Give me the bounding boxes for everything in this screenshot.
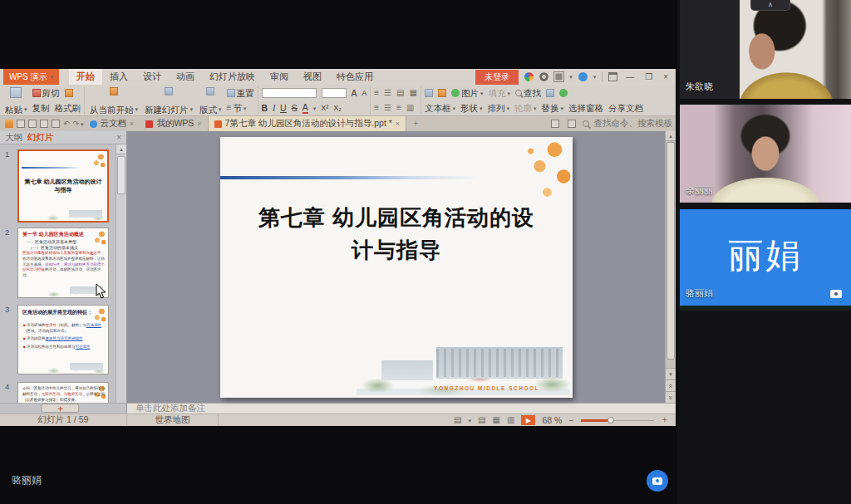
font-size-combobox[interactable] [322, 88, 347, 98]
close-icon[interactable]: × [197, 120, 201, 128]
slideshow-play-button[interactable]: ▶ [521, 415, 535, 425]
tools-icon[interactable] [568, 120, 576, 128]
tab-insert[interactable]: 插入 [102, 69, 135, 85]
font-name-combobox[interactable] [262, 88, 317, 98]
layout-button[interactable]: 版式▾ [198, 86, 224, 115]
command-search[interactable]: 查找命令、搜索模板 [594, 118, 673, 130]
numbering-icon[interactable]: ☰ [384, 89, 391, 97]
scrollbar-thumb[interactable] [117, 156, 125, 194]
participant-tile-3[interactable]: 丽娟 骆丽娟 [680, 209, 851, 306]
fill-button[interactable]: 填充▾ [488, 89, 510, 98]
new-slide-button[interactable]: 新建幻灯片▾ [143, 86, 194, 115]
participant-tile-2[interactable]: 余丽丽 [680, 105, 851, 203]
restore-button[interactable]: ❐ [642, 72, 655, 81]
previous-slide-button[interactable]: « [666, 379, 676, 391]
zoom-slider-thumb[interactable] [608, 417, 614, 423]
minimize-button[interactable]: — [623, 72, 637, 81]
scrollbar-thumb[interactable] [667, 142, 675, 360]
replace-button[interactable]: 替换▾ [542, 104, 564, 113]
scroll-up-icon[interactable]: ▲ [116, 144, 126, 154]
from-current-button[interactable]: 从当前开始▾ [88, 86, 140, 115]
align-left-icon[interactable]: ≡ [374, 104, 379, 112]
arrange-button[interactable]: 排列▾ [488, 104, 510, 113]
participant-tile-1[interactable]: ∧ 朱欲晓 [680, 0, 851, 99]
close-icon[interactable]: × [396, 120, 400, 128]
align-right-icon[interactable]: ≡ [396, 104, 401, 112]
textbox-button[interactable]: 文本框▾ [425, 104, 455, 113]
reading-view-icon[interactable]: ▥ [507, 416, 514, 424]
notes-input[interactable]: 单击此处添加备注 [127, 404, 676, 413]
tab-outline[interactable]: 大纲 [5, 132, 22, 144]
scroll-up-icon[interactable]: ▲ [666, 131, 676, 141]
slide-thumbnail-1[interactable]: 第七章 幼儿园区角活动的设计与指导 [17, 149, 109, 223]
align-center-icon[interactable]: ☰ [384, 104, 391, 112]
tab-home[interactable]: 开始 [69, 69, 102, 85]
font-color-button[interactable]: A [303, 102, 308, 114]
find-button[interactable]: 查找 [515, 89, 541, 98]
scroll-down-icon[interactable]: ▼ [666, 368, 676, 379]
apps-grid-icon[interactable] [554, 72, 563, 81]
doc-tab-mywps[interactable]: 我的WPS × [140, 116, 207, 131]
reset-button[interactable]: 重置 [227, 89, 254, 98]
paste-button[interactable]: 粘贴▾ [3, 86, 29, 115]
wps-account-icon[interactable] [524, 72, 534, 81]
increase-font-button[interactable]: A [352, 88, 357, 98]
redo-icon[interactable]: ↷ [73, 120, 80, 128]
format-painter-icon[interactable] [65, 89, 73, 97]
slide-thumbnail-3[interactable]: 区角活动的展开将呈现的特征： ■ 活动环境的有序性（时间、材料）与可选择性（区域… [17, 305, 109, 374]
cut-button[interactable]: 剪切 [32, 89, 60, 98]
new-tab-button[interactable]: ＋ [411, 118, 421, 130]
close-panel-icon[interactable]: × [116, 133, 121, 142]
zoom-slider[interactable] [581, 416, 654, 424]
zoom-out-button[interactable]: − [568, 415, 573, 425]
theme-name[interactable]: 世界地图 [127, 414, 219, 426]
tab-review[interactable]: 审阅 [263, 69, 296, 85]
slide-thumbnail-4[interactable]: 小结：区角活动中幼儿的学习，通过自己的操作与材料互动，与同伴互动、与教师互动，小… [17, 382, 109, 403]
close-button[interactable]: × [661, 72, 671, 81]
tab-slideshow[interactable]: 幻灯片放映 [202, 69, 263, 85]
superscript-button[interactable]: X² [321, 104, 328, 112]
output-icon[interactable] [28, 120, 37, 128]
tab-view[interactable]: 视图 [296, 69, 329, 85]
tab-slides[interactable]: 幻灯片 [27, 132, 54, 144]
select-pane-button[interactable]: 选择窗格 [568, 104, 603, 113]
shape-button[interactable]: 形状▾ [460, 104, 483, 113]
format-painter-button[interactable]: 格式刷 [55, 104, 81, 113]
help-icon[interactable] [578, 72, 588, 81]
indent-increase-icon[interactable]: ▦ [410, 89, 417, 97]
normal-view-icon[interactable]: ▤ [478, 416, 485, 424]
collapse-panel-button[interactable]: ∧ [750, 0, 790, 11]
next-slide-button[interactable]: » [666, 391, 676, 403]
tab-animation[interactable]: 动画 [169, 69, 202, 85]
strikethrough-button[interactable]: S [292, 103, 298, 113]
picture-button[interactable]: 图片▾ [451, 89, 484, 98]
current-slide[interactable]: 第七章 幼儿园区角活动的设 计与指导 YONGZHOU MIDDLE SCHOO… [220, 137, 573, 398]
slide-sorter-icon[interactable]: ▦ [493, 416, 500, 424]
notes-toggle-icon[interactable]: ▤ [454, 416, 461, 424]
bold-button[interactable]: B [262, 103, 268, 113]
gear-icon[interactable] [539, 72, 548, 81]
close-icon[interactable]: × [130, 120, 134, 128]
save-icon[interactable] [17, 120, 25, 128]
chat-bubble-button[interactable] [647, 470, 668, 492]
copy-button[interactable]: 复制 [32, 104, 50, 113]
bullets-icon[interactable]: ≡ [374, 89, 379, 97]
indent-decrease-icon[interactable]: ▤ [396, 89, 404, 97]
message-icon[interactable] [551, 120, 559, 128]
doc-tab-cloud[interactable]: 云文档 × [84, 116, 140, 131]
italic-button[interactable]: I [273, 103, 275, 113]
line-spacing-icon[interactable]: ▥ [406, 104, 414, 112]
sidebar-scrollbar[interactable]: ▲ [116, 144, 126, 403]
print-icon[interactable] [40, 120, 48, 128]
outline-button[interactable]: 轮廓▾ [514, 104, 537, 113]
doc-tab-presentation[interactable]: 7第七章 幼儿园区角活动的设计与指导.ppt * × [208, 116, 407, 131]
open-file-icon[interactable] [5, 120, 13, 128]
editor-scrollbar[interactable]: ▲ ▼ « » [665, 131, 676, 403]
zoom-in-button[interactable]: ＋ [661, 414, 670, 426]
add-slide-button[interactable]: ＋ [41, 404, 79, 413]
tab-design[interactable]: 设计 [135, 69, 169, 85]
undo-icon[interactable]: ↶ [63, 120, 70, 128]
underline-button[interactable]: U [280, 103, 287, 113]
login-button[interactable]: 未登录 [475, 70, 519, 85]
decrease-font-button[interactable]: A [362, 89, 367, 97]
